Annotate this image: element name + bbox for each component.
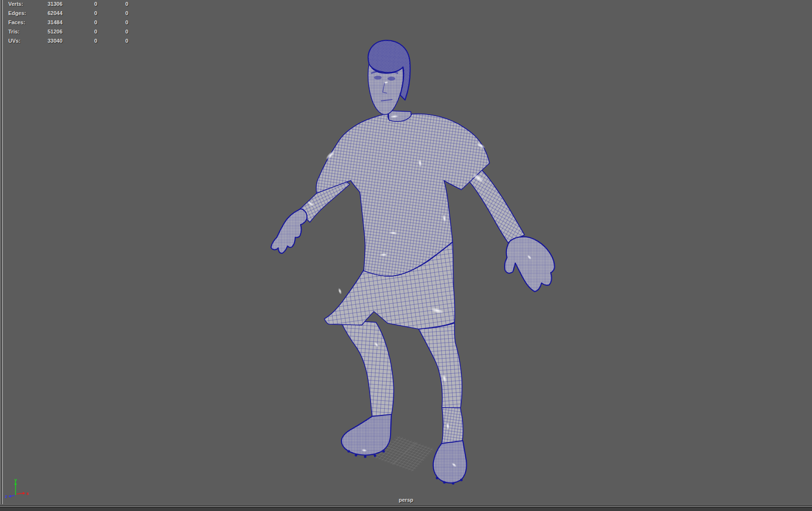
camera-label: persp [0, 497, 812, 503]
wireframe-character-model[interactable] [271, 40, 555, 485]
hud-edges-col2: 0 [94, 10, 97, 16]
model-left-leg[interactable] [340, 320, 394, 416]
model-left-hand[interactable] [271, 209, 307, 254]
axis-y-label: y [15, 478, 17, 482]
hud-verts-total: 31306 [48, 1, 63, 7]
hud-verts-col3: 0 [125, 1, 128, 7]
hud-tris-total: 51206 [48, 29, 63, 34]
viewport-3d[interactable]: y x z Verts: 31306 0 0 Edges: 62044 0 0 … [0, 0, 812, 511]
hud-verts-label: Verts: [8, 1, 23, 7]
axis-gizmo: y x z [5, 478, 29, 499]
model-right-hand[interactable] [505, 237, 555, 292]
model-right-cleat[interactable] [433, 441, 467, 485]
hud-row-uvs: UVs: 33040 0 0 [8, 38, 144, 47]
hud-uvs-col2: 0 [94, 38, 97, 44]
hud-edges-label: Edges: [8, 10, 26, 16]
model-shirt-torso[interactable] [316, 113, 490, 276]
hud-row-faces: Faces: 31484 0 0 [8, 19, 144, 29]
viewport-border-left-light [2, 0, 3, 507]
hud-verts-col2: 0 [94, 1, 97, 7]
hud-uvs-label: UVs: [8, 38, 20, 44]
hud-edges-total: 62044 [48, 10, 63, 16]
hud-tris-label: Tris: [8, 29, 19, 34]
hud-tris-col3: 0 [125, 29, 128, 34]
hud-faces-label: Faces: [8, 19, 25, 25]
hud-tris-col2: 0 [94, 29, 97, 34]
hud-uvs-total: 33040 [48, 38, 63, 44]
hud-faces-col3: 0 [125, 19, 128, 25]
hud-row-tris: Tris: 51206 0 0 [8, 29, 144, 38]
axis-x-label: x [26, 491, 29, 496]
hud-faces-total: 31484 [48, 19, 63, 25]
scene-svg: y x z [0, 0, 812, 511]
model-right-leg[interactable] [419, 323, 462, 409]
hud-faces-col2: 0 [94, 19, 97, 25]
hud-row-edges: Edges: 62044 0 0 [8, 10, 144, 19]
hud-edges-col3: 0 [125, 10, 128, 16]
hud-uvs-col3: 0 [125, 38, 128, 44]
hud-row-verts: Verts: 31306 0 0 [8, 1, 144, 10]
hud-poly-count: Verts: 31306 0 0 Edges: 62044 0 0 Faces:… [8, 1, 144, 47]
axis-x-arrow [23, 492, 25, 495]
model-right-sock[interactable] [441, 408, 463, 445]
window-bottom-strip [0, 508, 812, 511]
